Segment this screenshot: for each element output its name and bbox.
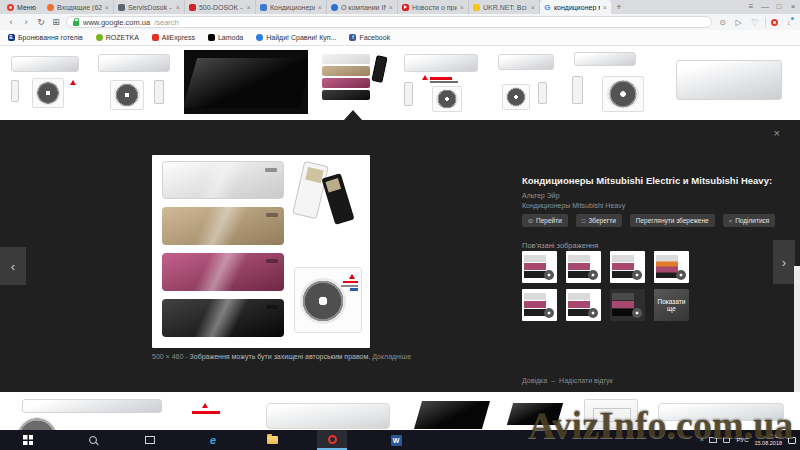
bookmark-aliexpress[interactable]: AliExpress — [152, 34, 195, 41]
image-thumbnail[interactable] — [504, 395, 568, 430]
start-button[interactable] — [14, 430, 42, 450]
related-image-thumbnail[interactable] — [610, 289, 645, 321]
url-field[interactable]: www.google.com.ua/search — [66, 16, 712, 28]
window-close-button[interactable]: × — [786, 0, 800, 14]
menu-label: Меню — [17, 4, 36, 11]
black-unit-graphic — [322, 90, 370, 100]
details-link[interactable]: Докладніше — [372, 353, 411, 360]
task-view-icon — [145, 436, 155, 444]
help-link[interactable]: Довідка — [522, 377, 547, 384]
preview-image[interactable] — [152, 155, 370, 348]
image-thumbnail[interactable] — [184, 50, 308, 114]
edge-button[interactable]: e — [199, 430, 227, 450]
sidebar-icon[interactable]: ▷ — [733, 18, 744, 27]
tab-mail-inbox[interactable]: Входящие (628) - bortni... × — [43, 0, 114, 14]
related-image-thumbnail[interactable] — [522, 251, 557, 283]
bookmark-naidi[interactable]: Найди! Сравни! Куп... — [256, 34, 336, 41]
tab-menu-icon[interactable]: ≡ — [744, 0, 758, 14]
previous-image-button[interactable]: ‹ — [0, 247, 26, 285]
bookmark-lamoda[interactable]: Lamoda — [208, 34, 243, 41]
related-image-thumbnail[interactable] — [610, 251, 645, 283]
remote-graphic — [371, 55, 387, 83]
related-image-thumbnail[interactable] — [654, 251, 689, 283]
tab-youtube-news[interactable]: Новости о приморье - Д... × — [398, 0, 469, 14]
image-thumbnail[interactable] — [14, 395, 248, 430]
opera-sync-icon[interactable] — [771, 19, 778, 26]
tab-close-icon[interactable]: × — [318, 4, 322, 11]
favorites-heart-icon[interactable]: ♡ — [749, 18, 760, 27]
tab-intercool[interactable]: О компании INTERCOOL... × — [327, 0, 398, 14]
tab-500dosok[interactable]: 500-DOSOK - ручное раз... × — [185, 0, 256, 14]
related-image-thumbnail[interactable] — [522, 289, 557, 321]
tab-close-icon[interactable]: × — [531, 4, 535, 11]
image-thumbnail[interactable] — [410, 395, 496, 430]
image-thumbnail[interactable] — [256, 395, 400, 430]
image-thumbnail[interactable] — [654, 395, 790, 430]
tab-close-icon[interactable]: × — [603, 4, 607, 11]
taskbar-clock[interactable]: 21:02 15.08.2018 — [754, 433, 782, 447]
ukrnet-favicon-icon — [473, 4, 480, 11]
brand-text-graphic — [430, 77, 452, 80]
image-thumbnail[interactable] — [576, 395, 646, 430]
word-button[interactable]: W — [382, 430, 410, 450]
image-thumbnail[interactable] — [6, 50, 86, 114]
snapshot-icon[interactable]: ⊙ — [717, 18, 728, 27]
share-button[interactable]: < Поділитися — [723, 214, 776, 227]
back-icon[interactable]: ‹ — [6, 18, 16, 27]
tab-close-icon[interactable]: × — [247, 4, 251, 11]
image-thumbnail[interactable] — [396, 50, 488, 114]
tab-idea-conditioners[interactable]: Кондиционеры Idea от к... × — [256, 0, 327, 14]
image-thumbnail-selected[interactable] — [314, 50, 390, 114]
tray-expand-icon[interactable]: ^ — [700, 437, 703, 444]
save-button[interactable]: □ Зберегти — [576, 214, 622, 227]
view-saved-button[interactable]: Переглянути збережене — [630, 214, 715, 227]
page-scrollbar[interactable] — [794, 266, 800, 392]
image-thumbnail[interactable] — [494, 50, 560, 114]
reload-icon[interactable]: ↻ — [36, 18, 46, 27]
task-view-button[interactable] — [136, 430, 164, 450]
tab-close-icon[interactable]: × — [176, 4, 180, 11]
energy-label-graphic — [350, 288, 358, 291]
tab-close-icon[interactable]: × — [389, 4, 393, 11]
next-image-button[interactable]: › — [773, 240, 795, 284]
image-thumbnail[interactable] — [566, 50, 662, 114]
visit-icon: ⊙ — [528, 217, 533, 224]
new-tab-button[interactable]: + — [611, 0, 627, 14]
related-image-thumbnail[interactable] — [566, 251, 601, 283]
file-explorer-button[interactable] — [258, 430, 286, 450]
speed-dial-icon[interactable]: ⊞ — [51, 18, 61, 27]
image-thumbnail[interactable] — [668, 50, 790, 114]
black-remote-graphic — [321, 173, 354, 225]
opera-taskbar-button[interactable] — [317, 430, 347, 450]
result-title[interactable]: Кондиционеры Mitsubishi Electric и Mitsu… — [522, 175, 774, 186]
taskbar-search-button[interactable] — [79, 430, 107, 450]
related-image-thumbnail[interactable] — [566, 289, 601, 321]
forward-icon[interactable]: › — [21, 18, 31, 27]
feedback-link[interactable]: Надіслати відгук — [559, 377, 612, 384]
volume-tray-icon[interactable] — [723, 437, 730, 443]
language-indicator[interactable]: РУС — [736, 437, 748, 443]
windows-taskbar: e W ^ РУС 21:02 15.08.2018 — [0, 430, 800, 450]
download-icon[interactable]: ↓ — [783, 18, 794, 27]
bookmark-booking[interactable]: B. Бронювання готелів — [8, 34, 83, 41]
tab-servisdosok[interactable]: ServisDosok - подать объ... × — [114, 0, 185, 14]
close-icon[interactable]: × — [774, 128, 780, 139]
tab-close-icon[interactable]: × — [460, 4, 464, 11]
image-thumbnail[interactable] — [92, 50, 178, 114]
black-ac-unit-graphic — [414, 401, 490, 429]
opera-menu-button[interactable]: Меню — [0, 0, 43, 14]
bookmark-rozetka[interactable]: ROZETKA — [96, 34, 139, 41]
selected-thumbnail-pointer — [344, 110, 362, 120]
visit-button[interactable]: ⊙ Перейти — [522, 214, 568, 227]
tab-close-icon[interactable]: × — [105, 4, 109, 11]
minimize-button[interactable]: — — [758, 0, 772, 14]
tab-ukrnet[interactable]: UKR.NET: Всі новини Укр... × — [469, 0, 540, 14]
tab-google-search-active[interactable]: G кондиционер митсубиси × — [540, 0, 611, 14]
display-tray-icon[interactable] — [709, 437, 717, 443]
window-controls: ≡ — □ × — [744, 0, 800, 14]
maximize-button[interactable]: □ — [772, 0, 786, 14]
bookmark-facebook[interactable]: f Facebook — [349, 34, 390, 41]
related-images-label: Пов'язані зображення — [522, 241, 598, 250]
show-more-related-button[interactable]: Показати ще — [654, 289, 689, 321]
action-center-icon[interactable] — [788, 437, 796, 444]
